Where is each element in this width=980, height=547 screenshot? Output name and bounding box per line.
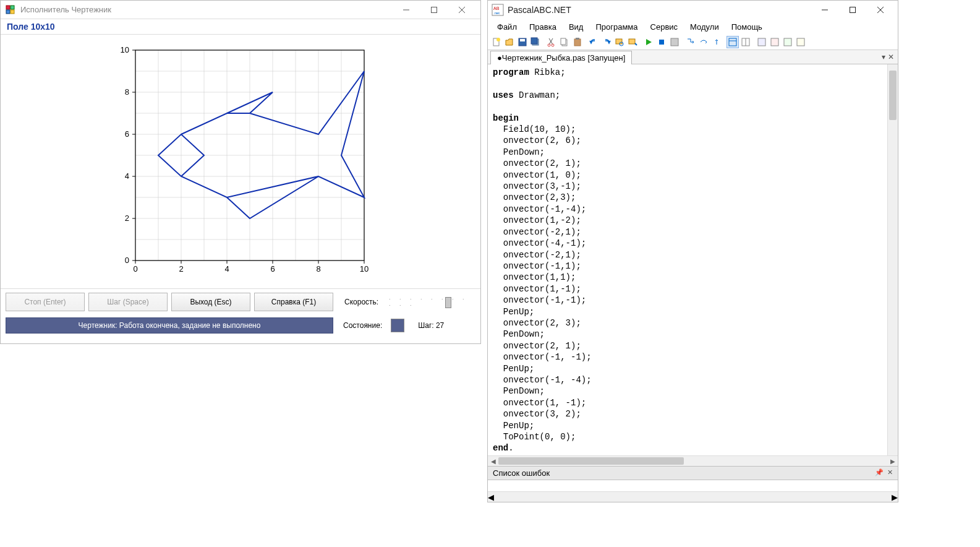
- step-over-icon[interactable]: [697, 36, 710, 48]
- scroll-right-icon[interactable]: ▶: [892, 493, 898, 502]
- svg-rect-88: [797, 38, 804, 46]
- speed-slider[interactable]: · · · · · · · · · · ·: [389, 296, 475, 308]
- tool-d-icon[interactable]: [795, 36, 807, 48]
- fish-plot: 02468100246810: [111, 44, 370, 279]
- control-buttons-row: Стоп (Enter) Шаг (Space) Выход (Esc) Спр…: [1, 288, 480, 315]
- svg-rect-59: [850, 7, 855, 13]
- svg-text:6: 6: [270, 264, 275, 274]
- view-mode2-icon[interactable]: [739, 36, 752, 48]
- stop-button[interactable]: Стоп (Enter): [6, 293, 85, 311]
- svg-point-63: [496, 38, 500, 41]
- svg-rect-85: [758, 38, 765, 46]
- paste-icon[interactable]: [571, 36, 584, 48]
- step-button[interactable]: Шаг (Space): [88, 293, 168, 311]
- goto-icon[interactable]: [626, 36, 639, 48]
- maximize-button[interactable]: [838, 1, 866, 19]
- svg-text:6: 6: [125, 129, 129, 139]
- step-out-icon[interactable]: [710, 36, 723, 48]
- svg-rect-86: [771, 38, 778, 46]
- drawman-title: Исполнитель Чертежник: [20, 5, 392, 14]
- menu-edit[interactable]: Правка: [524, 20, 562, 33]
- menu-view[interactable]: Вид: [563, 20, 589, 33]
- step-counter: Шаг: 27: [418, 321, 444, 330]
- run-icon[interactable]: [642, 36, 655, 48]
- menu-file[interactable]: Файл: [492, 20, 522, 33]
- horizontal-scrollbar[interactable]: ◀ ▶: [488, 455, 898, 466]
- new-file-icon[interactable]: [490, 36, 503, 48]
- svg-text:10: 10: [360, 264, 369, 274]
- pascal-title: PascalABC.NET: [508, 5, 811, 15]
- errors-title: Список ошибок: [493, 468, 550, 478]
- toolbar: [488, 35, 898, 50]
- file-tab[interactable]: ●Чертежник_Рыбка.pas [Запущен]: [490, 51, 632, 64]
- svg-text:4: 4: [224, 264, 229, 274]
- status-row: Чертежник: Работа окончена, задание не в…: [1, 315, 480, 338]
- step-into-icon[interactable]: [684, 36, 697, 48]
- errors-panel-header[interactable]: Список ошибок 📌 ✕: [488, 466, 898, 480]
- close-panel-icon[interactable]: ✕: [887, 468, 893, 478]
- copy-icon[interactable]: [558, 36, 571, 48]
- save-icon[interactable]: [516, 36, 529, 48]
- speed-label: Скорость:: [344, 298, 385, 306]
- tool-c-icon[interactable]: [782, 36, 794, 48]
- maximize-button[interactable]: [420, 1, 448, 19]
- minimize-button[interactable]: [811, 1, 838, 19]
- svg-rect-65: [520, 39, 525, 41]
- pascal-app-icon: AB.net: [492, 4, 504, 16]
- pascal-window: AB.net PascalABC.NET Файл Правка Вид Про…: [487, 0, 898, 502]
- svg-rect-3: [11, 10, 14, 14]
- hscroll-thumb[interactable]: [498, 457, 684, 465]
- svg-text:2: 2: [125, 213, 129, 223]
- scroll-right-icon[interactable]: ▶: [887, 458, 898, 465]
- svg-rect-81: [729, 38, 736, 46]
- svg-text:2: 2: [179, 264, 183, 274]
- close-button[interactable]: [866, 1, 894, 19]
- minimize-button[interactable]: [392, 1, 420, 19]
- slider-ticks: · · · · · · · · · · ·: [389, 296, 475, 308]
- app-icon: [6, 5, 15, 15]
- vertical-scrollbar[interactable]: [887, 64, 898, 455]
- scrollbar-thumb[interactable]: [889, 71, 897, 120]
- errors-list: [488, 480, 898, 491]
- cut-icon[interactable]: [545, 36, 558, 48]
- svg-rect-1: [11, 6, 14, 9]
- exit-button[interactable]: Выход (Esc): [171, 293, 250, 311]
- drawman-window: Исполнитель Чертежник Поле 10x10 0246810…: [0, 0, 481, 344]
- svg-text:0: 0: [133, 264, 137, 274]
- stop-run-icon[interactable]: [655, 36, 668, 48]
- menu-service[interactable]: Сервис: [645, 20, 684, 33]
- open-file-icon[interactable]: [503, 36, 516, 48]
- tab-close-icon[interactable]: ✕: [888, 53, 894, 61]
- scroll-left-icon[interactable]: ◀: [488, 493, 494, 502]
- compile-icon[interactable]: [668, 36, 681, 48]
- pascal-titlebar[interactable]: AB.net PascalABC.NET: [488, 1, 898, 19]
- redo-icon[interactable]: [600, 36, 613, 48]
- drawman-titlebar[interactable]: Исполнитель Чертежник: [1, 1, 480, 19]
- view-mode1-icon[interactable]: [726, 36, 739, 48]
- menu-modules[interactable]: Модули: [684, 20, 725, 33]
- pin-icon[interactable]: 📌: [875, 468, 884, 478]
- svg-rect-74: [574, 39, 581, 46]
- scroll-left-icon[interactable]: ◀: [488, 458, 498, 465]
- menu-help[interactable]: Помощь: [726, 20, 768, 33]
- svg-rect-79: [659, 40, 664, 45]
- tool-a-icon[interactable]: [756, 36, 768, 48]
- state-color-indicator: [391, 319, 404, 332]
- help-button[interactable]: Справка (F1): [254, 293, 333, 311]
- tool-b-icon[interactable]: [769, 36, 781, 48]
- find-icon[interactable]: [613, 36, 626, 48]
- menu-program[interactable]: Программа: [590, 20, 643, 33]
- svg-text:8: 8: [125, 87, 129, 97]
- errors-horizontal-scrollbar[interactable]: ◀ ▶: [488, 491, 898, 502]
- svg-rect-0: [6, 6, 10, 9]
- code-editor[interactable]: program Ribka; uses Drawman; begin Field…: [488, 64, 898, 455]
- tab-dropdown-icon[interactable]: ▾: [882, 53, 885, 61]
- svg-rect-75: [576, 38, 579, 40]
- status-message: Чертежник: Работа окончена, задание не в…: [6, 317, 333, 334]
- close-button[interactable]: [448, 1, 475, 19]
- svg-rect-73: [561, 38, 566, 45]
- save-all-icon[interactable]: [529, 36, 542, 48]
- undo-icon[interactable]: [587, 36, 600, 48]
- tab-bar: ●Чертежник_Рыбка.pas [Запущен] ▾ ✕: [488, 50, 898, 64]
- svg-rect-80: [671, 38, 678, 46]
